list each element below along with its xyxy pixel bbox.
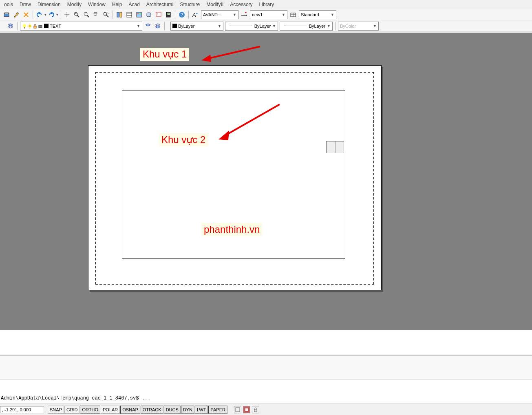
svg-text:A: A xyxy=(192,12,196,18)
svg-point-33 xyxy=(23,24,26,27)
plotstyle-dropdown[interactable]: ByColor▼ xyxy=(338,22,379,31)
color-value: ByLayer xyxy=(178,24,194,29)
menu-acad[interactable]: Acad xyxy=(125,0,143,9)
menu-draw[interactable]: Draw xyxy=(16,0,34,9)
sheet-set-icon[interactable] xyxy=(125,11,133,19)
zoom-realtime-icon[interactable]: + xyxy=(73,11,81,19)
chevron-down-icon: ▼ xyxy=(137,24,140,28)
layer-dropdown[interactable]: TEXT ▼ xyxy=(20,22,142,31)
maximize-viewport-icon[interactable] xyxy=(234,406,241,413)
svg-rect-12 xyxy=(120,12,122,17)
tablestyle-icon[interactable] xyxy=(289,11,297,19)
dyn-toggle[interactable]: DYN xyxy=(181,406,194,414)
zoom-prev-icon[interactable] xyxy=(92,11,100,19)
svg-rect-26 xyxy=(169,14,170,15)
menu-structure[interactable]: Structure xyxy=(177,0,203,9)
lwt-toggle[interactable]: LWT xyxy=(195,406,208,414)
color-dropdown[interactable]: ByLayer▼ xyxy=(170,22,223,31)
toolbar-lock-icon[interactable] xyxy=(252,406,259,413)
zoom-extents-icon[interactable] xyxy=(102,11,110,19)
textstyle-dropdown[interactable]: AVANTH▼ xyxy=(201,10,238,19)
sun-icon xyxy=(27,24,32,29)
lock-icon xyxy=(33,24,38,29)
linetype-value: ByLayer xyxy=(254,24,271,29)
menu-library[interactable]: Library xyxy=(256,0,278,9)
chevron-down-icon: ▼ xyxy=(331,13,334,17)
layer-name-value: TEXT xyxy=(50,24,61,29)
menu-accessory[interactable]: Accessory xyxy=(227,0,256,9)
svg-point-6 xyxy=(84,12,87,15)
brush-icon[interactable] xyxy=(12,11,20,19)
viewport-thumbnail xyxy=(326,141,344,153)
dimstyle-value: new1 xyxy=(252,12,263,17)
redo-icon[interactable] xyxy=(47,11,55,19)
paper-toggle[interactable]: PAPER xyxy=(208,406,227,414)
menu-modify[interactable]: Modify xyxy=(64,0,85,9)
annotation-khu-vuc-1: Khu vực 1 xyxy=(140,48,189,61)
plotstyle-value: ByColor xyxy=(340,24,356,29)
plot-icon xyxy=(38,24,43,29)
svg-point-2 xyxy=(66,14,68,15)
undo-icon[interactable] xyxy=(35,11,44,19)
dimstyle-dropdown[interactable]: new1▼ xyxy=(250,10,287,19)
lineweight-value: ByLayer xyxy=(309,24,325,29)
markup-icon[interactable]: ! xyxy=(155,11,163,19)
svg-rect-20 xyxy=(156,12,161,16)
svg-point-9 xyxy=(104,12,107,15)
linetype-sample xyxy=(230,26,252,26)
svg-point-35 xyxy=(29,25,31,27)
command-line-text[interactable]: Admin\AppData\Local\Temp\quang cao_1_1_8… xyxy=(1,395,150,401)
textstyle-value: AVANTH xyxy=(203,12,221,17)
svg-marker-45 xyxy=(219,130,229,140)
ortho-toggle[interactable]: ORTHO xyxy=(80,406,100,414)
ducs-toggle[interactable]: DUCS xyxy=(164,406,181,414)
snap-toggle[interactable]: SNAP xyxy=(48,406,64,414)
tablestyle-dropdown[interactable]: Standard▼ xyxy=(299,10,336,19)
command-history[interactable] xyxy=(0,355,532,380)
print-icon[interactable] xyxy=(2,11,11,19)
textstyle-icon[interactable]: A xyxy=(191,11,199,19)
menu-dimension[interactable]: Dimension xyxy=(34,0,64,9)
svg-line-7 xyxy=(87,15,89,17)
svg-line-42 xyxy=(207,46,260,59)
dbconnect-icon[interactable] xyxy=(145,11,153,19)
polar-toggle[interactable]: POLAR xyxy=(101,406,120,414)
pan-icon[interactable] xyxy=(63,11,71,19)
color-swatch-icon xyxy=(172,24,177,28)
help-icon[interactable]: ? xyxy=(178,11,186,19)
layer-manager-icon[interactable] xyxy=(7,22,15,30)
grid-toggle[interactable]: GRID xyxy=(64,406,80,414)
svg-rect-41 xyxy=(39,25,42,28)
watermark-text: phanthinh.vn xyxy=(201,223,262,236)
menu-tools[interactable]: ools xyxy=(1,0,16,9)
dimstyle-icon[interactable] xyxy=(240,11,248,19)
svg-text:?: ? xyxy=(181,12,183,17)
svg-rect-13 xyxy=(127,12,132,17)
coordinates-panel[interactable]: , -1.291, 0.000 xyxy=(0,406,44,413)
chevron-down-icon: ▼ xyxy=(272,24,276,28)
menu-modify2[interactable]: ModifyII xyxy=(203,0,227,9)
lineweight-dropdown[interactable]: ByLayer▼ xyxy=(280,22,333,31)
props-icon[interactable] xyxy=(115,11,124,19)
svg-rect-16 xyxy=(137,12,141,17)
svg-rect-11 xyxy=(117,12,119,17)
menu-window[interactable]: Window xyxy=(85,0,109,9)
layer-previous-icon[interactable] xyxy=(144,22,152,30)
svg-marker-43 xyxy=(201,55,211,62)
menubar: ools Draw Dimension Modify Window Help A… xyxy=(0,0,532,9)
match-icon[interactable] xyxy=(22,11,30,19)
tool-palette-icon[interactable] xyxy=(135,11,143,19)
annotation-scale-icon[interactable] xyxy=(243,406,250,413)
layer-states-icon[interactable] xyxy=(154,22,162,30)
arrow-icon-1 xyxy=(199,43,264,64)
quickcalc-icon[interactable] xyxy=(164,11,172,19)
svg-rect-47 xyxy=(245,408,248,411)
menu-architectural[interactable]: Architectural xyxy=(143,0,177,9)
layer-color-swatch xyxy=(44,24,49,28)
zoom-window-icon[interactable] xyxy=(82,11,91,19)
otrack-toggle[interactable]: OTRACK xyxy=(141,406,163,414)
osnap-toggle[interactable]: OSNAP xyxy=(120,406,140,414)
menu-help[interactable]: Help xyxy=(109,0,126,9)
linetype-dropdown[interactable]: ByLayer▼ xyxy=(225,22,278,31)
drawing-canvas[interactable]: Khu vực 1 Khu vực 2 phanthinh.vn xyxy=(0,33,532,330)
